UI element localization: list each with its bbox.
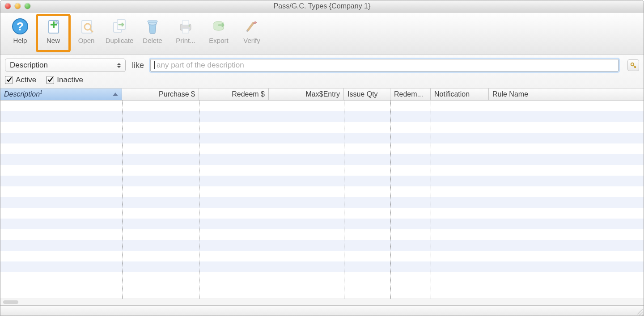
column-header-rule_name[interactable]: Rule Name [489, 88, 644, 100]
print-button[interactable]: Print... [169, 15, 202, 51]
delete-button[interactable]: Delete [136, 15, 169, 51]
open-icon [77, 16, 96, 37]
table-row[interactable] [0, 197, 644, 208]
filter-field-select[interactable]: Description [5, 59, 126, 72]
toolbar-label: Duplicate [106, 37, 134, 44]
svg-point-14 [189, 25, 190, 27]
data-table: Description1Purchase $Redeem $Max$EntryI… [0, 88, 644, 305]
print-icon [176, 16, 195, 37]
export-icon [209, 16, 228, 37]
toolbar-label: New [47, 37, 60, 44]
table-body[interactable] [0, 101, 644, 299]
column-header-redemptions[interactable]: Redem... [390, 88, 431, 100]
table-row[interactable] [0, 272, 644, 283]
table-row[interactable] [0, 208, 644, 219]
table-row[interactable] [0, 240, 644, 251]
column-header-notification[interactable]: Notification [431, 88, 489, 100]
toolbar-label: Delete [143, 37, 162, 44]
delete-icon [143, 16, 162, 37]
active-checkbox[interactable]: Active [5, 76, 36, 84]
table-header-row: Description1Purchase $Redeem $Max$EntryI… [0, 88, 644, 101]
filter-search-input-wrapper[interactable] [150, 59, 619, 72]
column-header-description[interactable]: Description1 [0, 88, 122, 100]
column-header-issue_qty[interactable]: Issue Qty [344, 88, 390, 100]
table-row[interactable] [0, 251, 644, 261]
toolbar-label: Open [78, 37, 95, 44]
table-row[interactable] [0, 186, 644, 197]
titlebar: Pass/G.C. Types {Company 1} [0, 0, 644, 13]
help-icon: ? [11, 16, 30, 37]
column-header-redeem[interactable]: Redeem $ [199, 88, 269, 100]
filter-field-value: Description [10, 61, 48, 70]
svg-rect-4 [51, 24, 57, 25]
column-label: Issue Qty [347, 90, 378, 98]
column-label: Description1 [4, 90, 42, 98]
resize-grip-icon[interactable] [636, 308, 643, 315]
status-bar [0, 305, 644, 316]
duplicate-button[interactable]: Duplicate [103, 15, 136, 51]
inactive-label: Inactive [57, 76, 83, 84]
verify-button[interactable]: Verify [236, 15, 268, 51]
help-button[interactable]: ?Help [4, 15, 36, 51]
select-stepper-icon [115, 63, 123, 68]
svg-rect-12 [182, 21, 189, 25]
table-row[interactable] [0, 176, 644, 186]
table-row[interactable] [0, 143, 644, 154]
toolbar-label: Verify [243, 37, 260, 44]
column-label: Redem... [394, 90, 423, 98]
toolbar-label: Export [209, 37, 228, 44]
checkbox-box [46, 76, 54, 84]
window-controls [5, 3, 30, 9]
toolbar: ?HelpNewOpenDuplicateDeletePrint...Expor… [0, 13, 644, 55]
filter-bar: Description like [0, 55, 644, 88]
table-row[interactable] [0, 261, 644, 272]
key-icon [630, 62, 637, 69]
toolbar-label: Help [13, 37, 27, 44]
sort-ascending-icon [113, 93, 118, 96]
column-label: Notification [434, 90, 470, 98]
column-header-max_entry[interactable]: Max$Entry [269, 88, 344, 100]
horizontal-scrollbar[interactable] [0, 299, 644, 305]
window-title: Pass/G.C. Types {Company 1} [0, 2, 644, 10]
column-label: Rule Name [492, 90, 528, 98]
table-row[interactable] [0, 133, 644, 143]
new-icon [44, 16, 63, 37]
table-row[interactable] [0, 122, 644, 133]
table-row[interactable] [0, 101, 644, 111]
svg-rect-10 [148, 21, 157, 22]
table-row[interactable] [0, 111, 644, 122]
table-row[interactable] [0, 219, 644, 229]
checkmark-icon [6, 77, 12, 83]
scrollbar-thumb[interactable] [3, 300, 18, 304]
text-caret [154, 61, 155, 69]
table-row[interactable] [0, 154, 644, 165]
column-label: Redeem $ [232, 90, 265, 98]
verify-icon [242, 16, 261, 37]
zoom-window-button[interactable] [25, 3, 30, 9]
column-label: Purchase $ [159, 90, 195, 98]
column-header-purchase[interactable]: Purchase $ [122, 88, 199, 100]
minimize-window-button[interactable] [15, 3, 21, 9]
table-row[interactable] [0, 229, 644, 240]
table-row[interactable] [0, 165, 644, 176]
open-button[interactable]: Open [70, 15, 102, 51]
checkmark-icon [47, 77, 53, 83]
active-label: Active [16, 76, 36, 84]
svg-rect-13 [182, 29, 189, 33]
svg-text:?: ? [17, 20, 24, 33]
svg-point-16 [246, 30, 248, 32]
duplicate-icon [110, 16, 129, 37]
close-window-button[interactable] [5, 3, 11, 9]
filter-search-input[interactable] [156, 60, 614, 70]
toolbar-label: Print... [176, 37, 195, 44]
checkbox-box [5, 76, 13, 84]
filter-key-button[interactable] [627, 59, 639, 71]
export-button[interactable]: Export [203, 15, 235, 51]
filter-operator-label: like [132, 61, 144, 70]
app-window: Pass/G.C. Types {Company 1} ?HelpNewOpen… [0, 0, 644, 316]
new-button[interactable]: New [37, 15, 69, 51]
inactive-checkbox[interactable]: Inactive [46, 76, 83, 84]
column-label: Max$Entry [306, 90, 340, 98]
